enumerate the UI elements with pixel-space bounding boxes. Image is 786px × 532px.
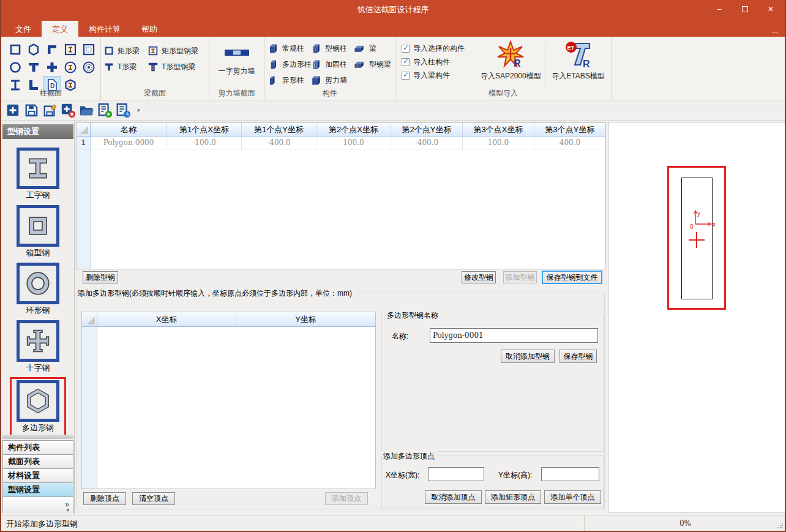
shear-wall-member-button[interactable]: 剪力墙 — [310, 72, 353, 88]
steel-item-ring[interactable]: 环形钢 — [17, 263, 59, 316]
close-button[interactable]: ✕ — [758, 0, 784, 18]
delete-steel-button[interactable]: 删除型钢 — [83, 271, 118, 283]
svg-text:R: R — [514, 58, 521, 69]
checkbox-import-selected[interactable]: 导入选择的构件 — [402, 42, 479, 55]
special-column-button[interactable]: 异形柱 — [267, 72, 310, 88]
save-as-button[interactable] — [40, 102, 59, 119]
cell-p2x[interactable]: 100.0 — [316, 137, 391, 149]
tab-file[interactable]: 文件 — [5, 21, 42, 37]
import-etabs-button[interactable]: ETR 导入ETABS模型 — [548, 39, 608, 89]
cell-p2y[interactable]: -400.0 — [391, 137, 463, 149]
steel-item-polygon-selected[interactable]: 多边形钢 — [10, 377, 66, 437]
steel-item-i-beam[interactable]: 工字钢 — [17, 148, 59, 201]
save-steel-to-file-button[interactable]: 保存型钢到文件 — [542, 271, 602, 284]
reinforced-column-button[interactable]: 加固柱 — [310, 56, 353, 72]
add-rect-vertices-button[interactable]: 添加矩形顶点 — [485, 490, 541, 504]
add-single-vertex-button[interactable]: 添加单个顶点 — [544, 490, 601, 504]
nav-steel-settings[interactable]: 型钢设置 — [3, 483, 73, 497]
rect-steel-beam-button[interactable]: 矩形型钢梁 — [148, 43, 198, 59]
angle-column-icon[interactable] — [43, 40, 61, 58]
new-button[interactable] — [4, 102, 22, 119]
box-steel-icon — [17, 205, 59, 247]
column-header-name[interactable]: 名称 — [91, 123, 167, 137]
column-header-p3x[interactable]: 第3个点X坐标 — [463, 123, 534, 137]
checkbox-import-columns[interactable]: 导入柱构件 — [402, 55, 479, 69]
open-button[interactable] — [77, 102, 95, 119]
ribbon-collapse-icon[interactable]: ︿ — [772, 27, 779, 36]
vertex-column-y[interactable]: Y坐标 — [236, 312, 375, 327]
circle-column-icon[interactable] — [6, 58, 24, 76]
resize-grip[interactable] — [777, 523, 783, 529]
nav-member-list[interactable]: 构件列表 — [3, 441, 73, 455]
tab-define[interactable]: 定义 — [42, 21, 78, 37]
straight-shear-wall-button[interactable]: 一字剪力墙 — [212, 47, 261, 77]
clear-vertices-button[interactable]: 清空顶点 — [132, 492, 175, 505]
t-steel-beam-button[interactable]: T形型钢梁 — [148, 59, 198, 75]
steel-beam-member-button[interactable]: 型钢梁 — [353, 56, 391, 72]
preview-canvas[interactable]: y x 0 — [608, 122, 785, 512]
add-steel-button[interactable]: 添加型钢 — [503, 271, 537, 283]
rect-column-icon[interactable] — [6, 40, 24, 58]
cancel-add-steel-button[interactable]: 取消添加型钢 — [501, 350, 555, 363]
t-beam-icon — [103, 61, 114, 72]
x-coord-input[interactable] — [428, 467, 484, 481]
rect-beam-button[interactable]: 矩形梁 — [103, 43, 148, 59]
checkbox-import-beams[interactable]: 导入梁构件 — [402, 69, 479, 82]
cancel-add-vertex-button[interactable]: 取消添加顶点 — [425, 490, 482, 504]
circled-steel-column-icon[interactable] — [61, 58, 80, 76]
table-select-all-corner[interactable] — [77, 123, 91, 137]
column-header-p2x[interactable]: 第2个点X坐标 — [316, 123, 391, 137]
save-button[interactable] — [22, 102, 40, 119]
column-header-p3y[interactable]: 第3个点Y坐标 — [534, 123, 605, 137]
polygon-column-icon[interactable] — [24, 40, 43, 58]
regular-column-button[interactable]: 常规柱 — [267, 40, 310, 56]
close-icon: ✕ — [768, 5, 774, 13]
cell-p1x[interactable]: -100.0 — [167, 137, 242, 149]
nav-overflow[interactable]: »▾ — [3, 497, 73, 513]
cross-column-icon[interactable] — [43, 58, 61, 76]
steel-item-cross[interactable]: 十字钢 — [17, 320, 59, 373]
row-number[interactable]: 1 — [77, 137, 91, 149]
toolbar-overflow-icon[interactable]: ▾ — [137, 107, 140, 113]
column-header-p1x[interactable]: 第1个点X坐标 — [167, 123, 242, 137]
cell-p1y[interactable]: -400.0 — [242, 137, 316, 149]
run-list-button[interactable] — [95, 102, 114, 119]
cell-p3x[interactable]: 100.0 — [463, 137, 534, 149]
tab-member-calc[interactable]: 构件计算 — [78, 21, 131, 37]
nav-section-list[interactable]: 截面列表 — [3, 455, 73, 469]
name-label: 名称: — [392, 331, 408, 342]
sidebar-splitter[interactable]: .......... — [2, 435, 73, 439]
y-coord-input[interactable] — [541, 467, 599, 481]
cell-p3y[interactable]: 400.0 — [534, 137, 605, 149]
boxed-steel-column-icon[interactable] — [61, 40, 80, 58]
tab-help[interactable]: 帮助 — [131, 21, 168, 37]
rect-steel-beam-icon — [148, 45, 159, 56]
import-sap2000-button[interactable]: R 导入SAP2000模型 — [479, 39, 542, 89]
maximize-icon — [742, 6, 748, 12]
vertex-select-all-corner[interactable] — [82, 312, 97, 327]
nav-material-settings[interactable]: 材料设置 — [3, 469, 73, 483]
save-steel-button[interactable]: 保存型钢 — [560, 350, 597, 363]
reinforced-box-column-icon[interactable] — [80, 40, 98, 58]
beam-member-button[interactable]: 梁 — [353, 40, 391, 56]
t-beam-button[interactable]: T形梁 — [103, 59, 148, 75]
cell-name[interactable]: Polygon-0000 — [91, 137, 167, 149]
column-header-p2y[interactable]: 第2个点Y坐标 — [391, 123, 463, 137]
polygon-name-input[interactable] — [430, 328, 598, 343]
history-list-button[interactable] — [114, 102, 132, 119]
add-vertex-button[interactable]: 添加顶点 — [325, 492, 368, 505]
maximize-button[interactable] — [732, 0, 758, 18]
modify-steel-button[interactable]: 修改型钢 — [462, 271, 496, 283]
polygon-column-member-button[interactable]: 多边形柱 — [267, 56, 310, 72]
column-header-p1y[interactable]: 第1个点Y坐标 — [242, 123, 316, 137]
steel-column-button[interactable]: 型钢柱 — [310, 40, 353, 56]
delete-section-button[interactable] — [59, 102, 77, 119]
vertex-column-x[interactable]: X坐标 — [97, 312, 236, 327]
steel-item-box[interactable]: 箱型钢 — [17, 205, 59, 258]
vertex-row-header-strip — [82, 327, 97, 489]
ring-column-icon[interactable] — [80, 58, 98, 76]
beam-cube-icon — [353, 42, 366, 54]
delete-vertex-button[interactable]: 删除顶点 — [83, 492, 126, 505]
minimize-button[interactable]: – — [706, 0, 732, 18]
t-column-icon[interactable] — [24, 58, 43, 76]
